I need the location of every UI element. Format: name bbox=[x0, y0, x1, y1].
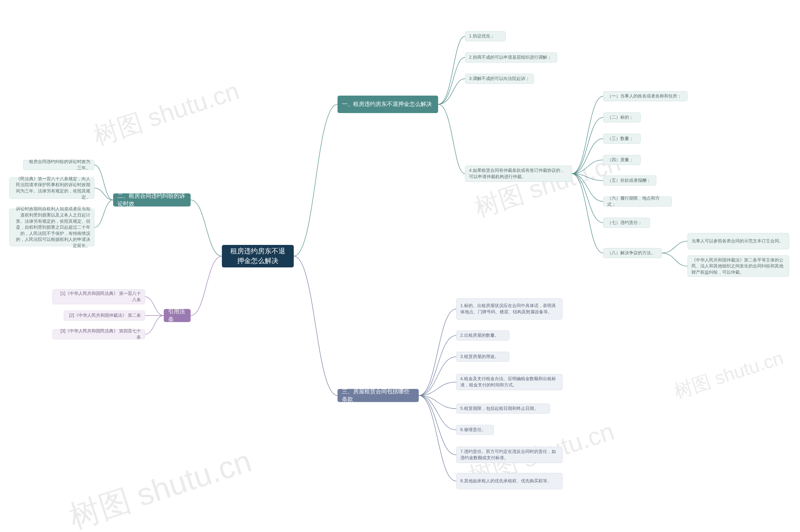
watermark: 树图 shutu.cn bbox=[470, 146, 625, 225]
s1-item-4[interactable]: 4.如果租赁合同有仲裁条款或有签订仲裁协议的，可以申请仲裁机构进行仲裁。 bbox=[465, 166, 572, 182]
cite-1[interactable]: [1]《中华人民共和国民法典》 第一百八十八条 bbox=[53, 289, 145, 304]
s3-item-7[interactable]: 7.违约责任。双方可约定在违反合同时的责任，如违约金数额或支付标准。 bbox=[456, 447, 562, 463]
s1-sub-1[interactable]: （一）当事人的姓名或者名称和住所； bbox=[603, 91, 688, 101]
s3-item-6[interactable]: 6.修缮责任。 bbox=[456, 425, 494, 435]
section-3-branch[interactable]: 三、房屋租赁合同包括哪些条款 bbox=[337, 389, 419, 402]
s1-sub-7[interactable]: （七）违约责任； bbox=[603, 218, 650, 228]
section-1-branch[interactable]: 一、租房违约房东不退押金怎么解决 bbox=[337, 96, 438, 113]
s3-item-1[interactable]: 1.标的。出租房屋状况应在合同中具体话，表明具体地点、门牌号码、楼层、结构及附属… bbox=[456, 298, 562, 320]
s2-item-1[interactable]: 租房合同违约纠纷的诉讼时效为三年。 bbox=[23, 160, 94, 170]
s2-item-3[interactable]: 诉讼时效期间自权利人知道或者应当知道权利受到损害以及义务人之日起计算。法律另有规… bbox=[10, 209, 94, 246]
s1-sub-4[interactable]: （四）质量； bbox=[603, 155, 640, 165]
root-node[interactable]: 租房违约房东不退押金怎么解决 bbox=[222, 245, 294, 267]
s3-item-4[interactable]: 4.租金及支付租金办法。应明确租金数额和出租标准，租金支付的时间和方式。 bbox=[456, 374, 562, 390]
cite-3[interactable]: [3]《中华人民共和国民法典》 第四百七十条 bbox=[53, 329, 145, 339]
watermark: 树图 shutu.cn bbox=[671, 345, 786, 404]
s2-item-2[interactable]: 《民法典》第一百八十八条规定，向人民法院请求保护民事权利的诉讼时效期间为三年。法… bbox=[10, 177, 94, 199]
connector-layer bbox=[0, 0, 800, 532]
s3-item-8[interactable]: 8.其他如承租人的优先承租权、优先购买权等。 bbox=[456, 473, 562, 489]
s1-sub-5[interactable]: （五）价款或者报酬； bbox=[603, 175, 656, 186]
s1-sub-3[interactable]: （三）数量； bbox=[603, 134, 640, 144]
watermark: 树图 shutu.cn bbox=[89, 74, 243, 153]
cite-2[interactable]: [2]《中华人民共和国仲裁法》 第二条 bbox=[64, 310, 145, 321]
s3-item-5[interactable]: 5.租赁期限，包括起租日期和终止日期。 bbox=[456, 404, 550, 414]
s1-sub-6[interactable]: （六）履行期限、地点和方式； bbox=[603, 196, 672, 207]
s1-sub-8[interactable]: （八）解决争议的方法。 bbox=[603, 248, 662, 258]
s1-item-2[interactable]: 2.协商不成的可以申请基层组织进行调解； bbox=[465, 53, 557, 62]
watermark: 树图 shutu.cn bbox=[64, 440, 257, 532]
section-2-branch[interactable]: 二、租房合同违约纠纷的诉讼时效 bbox=[113, 193, 191, 207]
s1-item-3[interactable]: 3.调解不成的可以向法院起诉； bbox=[465, 74, 534, 84]
s1-sub-8a[interactable]: 当事人可以参照各类合同的示范文本订立合同。 bbox=[688, 233, 789, 249]
citations-branch[interactable]: 引用法条 bbox=[164, 309, 191, 322]
s3-item-2[interactable]: 2.出租房屋的数量。 bbox=[456, 330, 509, 341]
s3-item-3[interactable]: 3.租赁房屋的用途。 bbox=[456, 352, 509, 362]
s1-sub-8b[interactable]: 《中华人民共和国仲裁法》第二条平等主体的公民、法人和其他组织之间发生的合同纠纷和… bbox=[688, 255, 789, 277]
s1-item-1[interactable]: 1.协议优先； bbox=[465, 31, 506, 41]
s1-sub-2[interactable]: （二）标的； bbox=[603, 112, 640, 122]
